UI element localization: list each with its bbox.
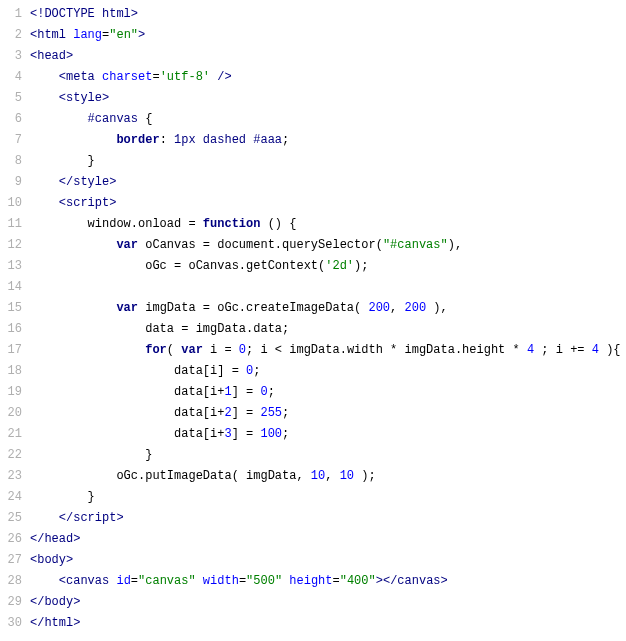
code-line: <html lang="en">	[30, 25, 621, 46]
code-line: <head>	[30, 46, 621, 67]
line-number-gutter: 1234567891011121314151617181920212223242…	[0, 4, 30, 634]
line-number: 4	[0, 67, 22, 88]
code-line: var imgData = oGc.createImageData( 200, …	[30, 298, 621, 319]
code-line: oGc = oCanvas.getContext('2d');	[30, 256, 621, 277]
code-line: <script>	[30, 193, 621, 214]
code-line: </style>	[30, 172, 621, 193]
line-number: 27	[0, 550, 22, 571]
code-line: <meta charset='utf-8' />	[30, 67, 621, 88]
line-number: 22	[0, 445, 22, 466]
line-number: 18	[0, 361, 22, 382]
line-number: 26	[0, 529, 22, 550]
line-number: 11	[0, 214, 22, 235]
code-line: border: 1px dashed #aaa;	[30, 130, 621, 151]
code-line: </html>	[30, 613, 621, 634]
code-content: <!DOCTYPE html><html lang="en"><head> <m…	[30, 4, 621, 634]
line-number: 10	[0, 193, 22, 214]
line-number: 16	[0, 319, 22, 340]
code-line: data[i+3] = 100;	[30, 424, 621, 445]
code-line	[30, 277, 621, 298]
code-line: }	[30, 445, 621, 466]
line-number: 1	[0, 4, 22, 25]
code-line: <body>	[30, 550, 621, 571]
line-number: 19	[0, 382, 22, 403]
code-line: data[i+2] = 255;	[30, 403, 621, 424]
line-number: 30	[0, 613, 22, 634]
line-number: 20	[0, 403, 22, 424]
code-line: oGc.putImageData( imgData, 10, 10 );	[30, 466, 621, 487]
line-number: 15	[0, 298, 22, 319]
line-number: 21	[0, 424, 22, 445]
line-number: 25	[0, 508, 22, 529]
line-number: 3	[0, 46, 22, 67]
line-number: 6	[0, 109, 22, 130]
code-line: </body>	[30, 592, 621, 613]
code-line: for( var i = 0; i < imgData.width * imgD…	[30, 340, 621, 361]
line-number: 2	[0, 25, 22, 46]
line-number: 5	[0, 88, 22, 109]
line-number: 23	[0, 466, 22, 487]
code-line: }	[30, 151, 621, 172]
line-number: 17	[0, 340, 22, 361]
code-line: data = imgData.data;	[30, 319, 621, 340]
code-line: </head>	[30, 529, 621, 550]
code-line: <canvas id="canvas" width="500" height="…	[30, 571, 621, 592]
code-line: </script>	[30, 508, 621, 529]
line-number: 28	[0, 571, 22, 592]
code-line: data[i] = 0;	[30, 361, 621, 382]
code-line: window.onload = function () {	[30, 214, 621, 235]
code-editor: 1234567891011121314151617181920212223242…	[0, 0, 626, 638]
code-line: }	[30, 487, 621, 508]
line-number: 24	[0, 487, 22, 508]
code-line: data[i+1] = 0;	[30, 382, 621, 403]
code-line: <style>	[30, 88, 621, 109]
line-number: 7	[0, 130, 22, 151]
line-number: 9	[0, 172, 22, 193]
code-line: var oCanvas = document.querySelector("#c…	[30, 235, 621, 256]
code-line: <!DOCTYPE html>	[30, 4, 621, 25]
line-number: 14	[0, 277, 22, 298]
line-number: 8	[0, 151, 22, 172]
code-line: #canvas {	[30, 109, 621, 130]
line-number: 13	[0, 256, 22, 277]
line-number: 12	[0, 235, 22, 256]
line-number: 29	[0, 592, 22, 613]
